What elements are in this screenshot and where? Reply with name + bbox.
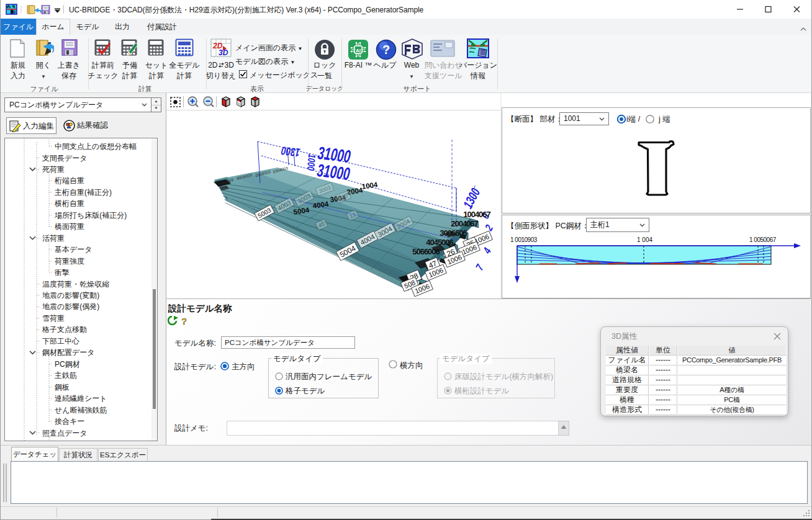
svg-text:1004: 1004 <box>361 181 379 191</box>
svg-text:1000: 1000 <box>305 153 317 171</box>
svg-text:1300: 1300 <box>460 186 483 211</box>
svg-text:3006606: 3006606 <box>440 228 467 238</box>
svg-text:3D: 3D <box>219 48 228 57</box>
svg-text:4: 4 <box>480 245 494 256</box>
svg-text:7: 7 <box>473 262 486 272</box>
svg-text:2004067: 2004067 <box>451 219 478 228</box>
svg-text:4045006: 4045006 <box>426 238 453 247</box>
svg-text:5066006: 5066006 <box>412 247 440 256</box>
svg-text:1 004: 1 004 <box>637 236 652 243</box>
svg-text:1300: 1300 <box>281 145 300 159</box>
svg-text:?: ? <box>382 43 390 56</box>
svg-text:31000: 31000 <box>316 160 351 184</box>
svg-text:1 0050067: 1 0050067 <box>749 236 777 243</box>
svg-text:AI: AI <box>356 48 361 53</box>
svg-text:?: ? <box>181 316 187 326</box>
svg-text:1004067: 1004067 <box>463 210 490 219</box>
svg-text:1 0010903: 1 0010903 <box>510 236 538 243</box>
